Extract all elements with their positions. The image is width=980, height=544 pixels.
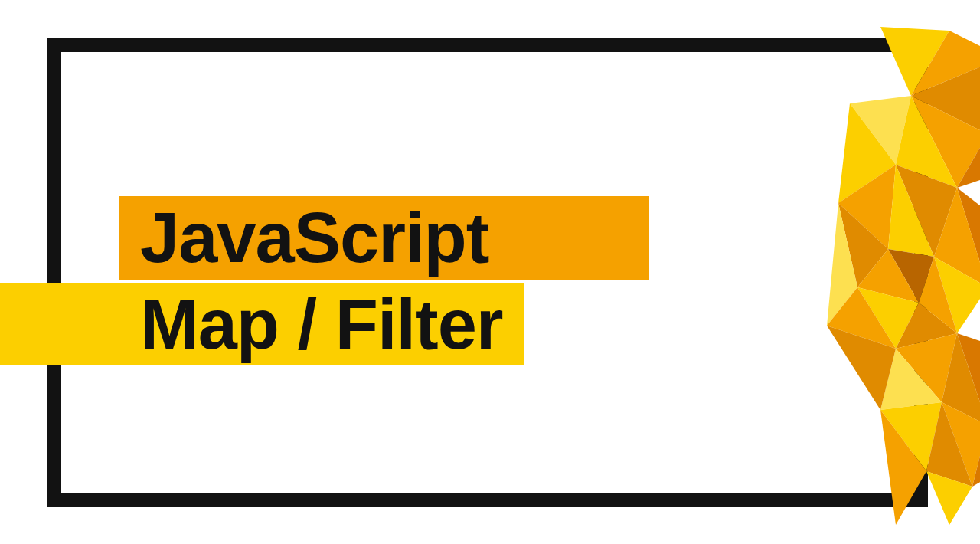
- title-line-1-text: JavaScript: [140, 198, 488, 277]
- title-line-2-bg: Map / Filter: [0, 283, 524, 366]
- title-line-2-wrap: Map / Filter: [0, 283, 649, 366]
- title-block: JavaScript Map / Filter: [119, 196, 649, 365]
- title-line-2-text: Map / Filter: [140, 285, 503, 363]
- title-line-1-bg: JavaScript: [119, 196, 649, 280]
- lion-logo-icon: [697, 27, 980, 525]
